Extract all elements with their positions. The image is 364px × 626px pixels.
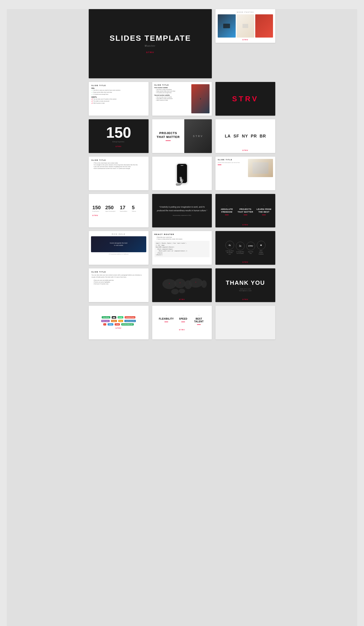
stat-num-250: 250 <box>105 205 115 210</box>
logos-brand: STRV <box>115 327 122 329</box>
code-bullet-2: • I have no idea what this router shit m… <box>154 238 182 240</box>
slide-rich-incle: RICH INCLE Invest alongside the bestin r… <box>89 231 148 265</box>
project-name: RICH INCLE <box>91 233 146 235</box>
icon-line-3 <box>262 215 266 215</box>
awards-brand: STRV <box>242 261 249 263</box>
award-item-2: 3x on Google Playfor 10 months <box>236 242 245 254</box>
icon-title-1: ABSOLUTE FREEDOM <box>219 208 235 213</box>
stat-num-5: 5 <box>132 205 136 210</box>
quote-text: "Creativity is putting your imagination … <box>156 205 208 212</box>
slide-mockups <box>216 306 275 339</box>
award-item-1: 4x in the App Storetop 10 Appsever <box>225 241 234 255</box>
logo-classdojo: ClassDojo <box>102 316 110 318</box>
first-item-2: • Keep section titles short and clear <box>154 90 190 92</box>
icon-col-1: 1 ABSOLUTE FREEDOM <box>219 205 235 216</box>
stat-number: 150 <box>106 125 131 140</box>
bullet-2: • Points out some highlights <box>91 281 110 283</box>
strv-red-text: STRV <box>232 95 259 103</box>
icon-col-3: 3 LEARN FROM THE BEST <box>256 205 272 216</box>
mood-brand: STRV <box>218 39 273 40</box>
stat-label-nat: Nationalities <box>120 211 127 212</box>
svg-point-0 <box>162 279 176 289</box>
icon-line-1 <box>225 215 229 215</box>
slide-react-router: REACT ROUTER • Describe your code here •… <box>152 231 212 265</box>
text-item-4: • Don't overload text screen too much, 5… <box>91 168 130 169</box>
projects-title: PROJECTSTHAT MATTER <box>157 131 180 139</box>
slide-strv-dark: STRV <box>216 82 275 116</box>
text-item-2: • Go straight to the point, beware of to… <box>91 164 138 165</box>
donts-item-2: ✗This slide is nicely structured <box>91 100 109 102</box>
cities-brand: STRV <box>242 150 249 151</box>
stat-offices: 5 Offices <box>132 205 136 212</box>
second-item-3: • With 6 points in total <box>154 99 190 101</box>
stat-apps: 250 Apps Developed <box>105 205 115 212</box>
slide-mood: MOOD PHOTOS STRV <box>216 9 275 43</box>
flex-line-2 <box>181 322 185 322</box>
slide-hero: SLIDES TEMPLATE Master STRV <box>89 9 212 78</box>
twocol-label: SLIDE TITLE <box>154 84 190 86</box>
logo-rich: Rich Incle <box>101 320 109 322</box>
flex-line-1 <box>164 322 168 322</box>
first-item-3: • 3-5 points are enough here <box>154 92 190 93</box>
city-pr: PR <box>251 134 257 139</box>
svg-point-6 <box>171 289 179 294</box>
stats-row: 150 Employees 250 Apps Developed 17 Nati… <box>92 205 136 212</box>
flex-title-1: FLEXIBILITY <box>159 317 174 320</box>
phone-mockup: 🤳 <box>176 163 188 184</box>
flex-row: 1 FLEXIBILITY 2 SPEED 3 BEST TALENT <box>159 314 205 326</box>
flex-title-3: BEST TALENT <box>193 317 205 323</box>
bullet-3: • And use 2-5 points max. <box>91 283 109 284</box>
slide-text: SLIDE TITLE • This is the most basic tex… <box>89 156 148 190</box>
city-sf: SF <box>233 134 239 139</box>
slide-flexibility: 1 FLEXIBILITY 2 SPEED 3 BEST TALENT STRV <box>152 306 212 339</box>
stat-num-150: 150 <box>92 205 101 210</box>
mood-label: MOOD PHOTOS <box>218 11 273 13</box>
stats-brand: STRV <box>92 215 99 216</box>
svg-point-3 <box>189 278 203 287</box>
second-item-2: • This slide is nicely structured <box>154 98 190 99</box>
slide-stat-150: 150 Employees STRV <box>89 119 148 153</box>
flex-num-2: 2 <box>177 314 189 316</box>
code-title: REACT ROUTER <box>154 233 175 235</box>
thankyou-brand: STRV <box>242 299 249 300</box>
rich-screen: Invest alongside the bestin real estate <box>91 236 146 252</box>
code-bullet-1: • Describe your code here <box>154 236 172 238</box>
award-item-3: STRV App of theYear <box>246 242 255 254</box>
logo-row-1: ClassDojo ▦▦ feedly DribbbleTeam <box>102 316 135 319</box>
logo-row-2: Rich Incle Caviar Dojo teachnetworks <box>101 320 136 322</box>
dos-item-3: ✓2-3 points are enough here <box>91 94 108 95</box>
stat-employees: 150 Employees <box>92 205 101 212</box>
slide-awards: 4x in the App Storetop 10 Appsever 3x on… <box>216 231 275 265</box>
logo-teach: teachnetworks <box>124 320 136 322</box>
photo-2 <box>237 14 254 38</box>
city-la: LA <box>225 134 231 139</box>
second-item-1: • You can also use 2-3 points <box>154 96 190 98</box>
slide-two-col: SLIDE TITLE First section subtitle • Use… <box>152 82 212 116</box>
second-sub: Second section subtitle <box>154 94 190 96</box>
dos-head: DOs <box>91 87 94 89</box>
logo-dojo: Dojo <box>118 320 123 322</box>
thankyou-sub2: hello@strv.com <box>239 290 252 291</box>
svg-point-5 <box>179 289 185 293</box>
flex-line-3 <box>197 324 201 325</box>
text-item-3: • Use only one-line texts, beware of spl… <box>91 166 131 167</box>
code-block: import { Router, Route } from 'react-rou… <box>154 241 210 257</box>
logo-feedly: feedly <box>118 316 123 318</box>
logo-row-3: ♬ • Blue • Red SPONSORED.NET <box>103 323 134 325</box>
first-item-1: • Use this in case of sections <box>154 89 190 90</box>
logo-pattern: ▦▦ <box>112 316 116 319</box>
bullet-1: • Now you can use bullet point list <box>91 279 113 281</box>
imgright-text: SLIDE TITLE picture short description ca… <box>218 159 246 165</box>
threeicons-brand: STRV <box>242 224 249 226</box>
icon-num-2: 2 <box>237 205 254 206</box>
stat-label-offices: Offices <box>132 211 136 212</box>
slide-three-icons: 1 ABSOLUTE FREEDOM 2 PROJECTS THAT MATTE… <box>216 194 275 228</box>
donts-head: DON'Ts <box>91 96 97 98</box>
slide-img-right: SLIDE TITLE picture short description ca… <box>216 156 275 190</box>
photo-1 <box>218 14 235 38</box>
imgright-image <box>248 159 273 177</box>
rules-label: SLIDE TITLE <box>91 85 106 86</box>
map-brand: STRV <box>179 299 185 300</box>
logo-sponsored: SPONSORED.NET <box>121 323 134 325</box>
thankyou-sub1: www.strv.com <box>240 288 251 290</box>
